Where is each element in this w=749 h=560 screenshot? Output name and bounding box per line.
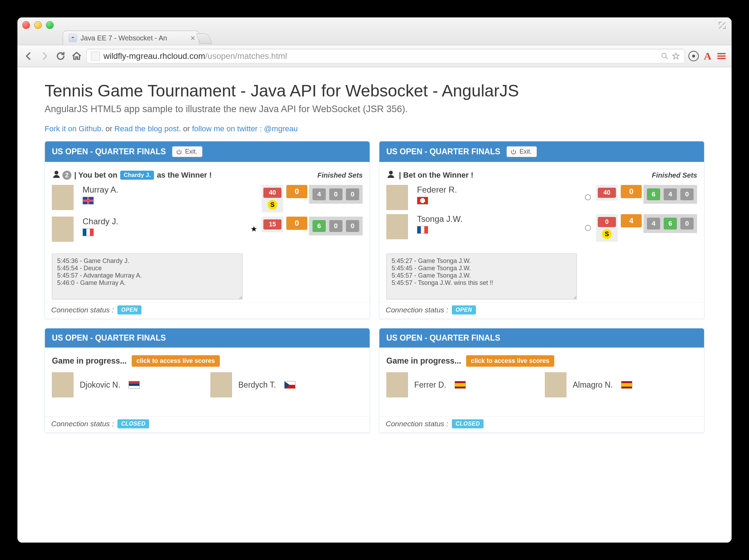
flag-icon bbox=[417, 226, 428, 234]
log-line: 5:45:36 - Game Chardy J. bbox=[57, 257, 237, 265]
live-scores-button[interactable]: click to access live scores bbox=[466, 355, 554, 367]
set-score: 4 bbox=[664, 188, 677, 200]
tab-title: Java EE 7 - Websocket - An bbox=[80, 34, 167, 42]
game-in-progress: Game in progress... click to access live… bbox=[386, 355, 697, 367]
set-score: 0 bbox=[680, 218, 694, 230]
page-subtitle: AngularJS HTML5 app sample to illustrate… bbox=[45, 104, 704, 115]
games-column: 4 bbox=[619, 214, 643, 227]
window-zoom[interactable] bbox=[46, 21, 54, 29]
live-scores-button[interactable]: click to access live scores bbox=[132, 355, 220, 367]
player-row: Tsonga J.W. 0 S 4 4 6 0 bbox=[386, 214, 697, 242]
connection-status: Connection status : CLOSED bbox=[386, 419, 698, 428]
player-row: Ferrer D. bbox=[386, 372, 539, 397]
player-row: Djokovic N. bbox=[52, 372, 204, 397]
url-actions bbox=[660, 52, 680, 61]
power-icon bbox=[510, 149, 517, 155]
player-photo bbox=[386, 214, 408, 239]
connection-status: Connection status : OPEN bbox=[386, 305, 698, 314]
panel-title: US OPEN - QUARTER FINALS bbox=[386, 333, 500, 343]
svg-point-0 bbox=[662, 53, 666, 58]
bet-post: as the Winner ! bbox=[157, 171, 212, 180]
flag-icon bbox=[83, 228, 94, 236]
page-title: Tennis Game Tournament - Java API for We… bbox=[45, 81, 704, 100]
set-score: 0 bbox=[329, 188, 342, 200]
tab-close-icon[interactable]: ✕ bbox=[190, 34, 195, 42]
connection-status: Connection status : OPEN bbox=[51, 305, 363, 314]
event-log[interactable]: 5:45:27 - Game Tsonga J.W. 5:45:45 - Gam… bbox=[386, 254, 577, 300]
player-name: Berdych T. bbox=[238, 380, 276, 390]
browser-tab[interactable]: ☕ Java EE 7 - Websocket - An ✕ bbox=[63, 31, 199, 45]
exit-button[interactable]: Exit. bbox=[172, 146, 202, 157]
zoom-icon[interactable] bbox=[660, 52, 669, 61]
bet-header: | Bet on the Winner ! Finished Sets bbox=[386, 170, 697, 181]
link-blogpost[interactable]: Read the blog post bbox=[115, 124, 179, 133]
bet-pre: | You bet on bbox=[74, 171, 117, 180]
url-bar[interactable]: wildfly-mgreau.rhcloud.com/usopen/matche… bbox=[86, 49, 685, 63]
nav-reload-button[interactable] bbox=[54, 50, 67, 62]
panel-header: US OPEN - QUARTER FINALS bbox=[45, 328, 370, 348]
sets-column: 4 6 0 bbox=[643, 214, 697, 233]
bet-header: 2 | You bet on Chardy J. as the Winner !… bbox=[52, 170, 363, 181]
player-name: Ferrer D. bbox=[414, 380, 446, 390]
player-row: Berdych T. bbox=[210, 372, 363, 397]
panel-header: US OPEN - QUARTER FINALS bbox=[379, 328, 704, 348]
window-fullscreen-icon[interactable] bbox=[718, 21, 727, 30]
gip-label: Game in progress... bbox=[386, 356, 461, 366]
tab-favicon: ☕ bbox=[69, 34, 77, 42]
event-log[interactable]: 5:45:36 - Game Chardy J. 5:45:54 - Deuce… bbox=[52, 254, 242, 300]
browser-menu-icon[interactable] bbox=[716, 51, 727, 61]
link-twitter[interactable]: follow me on twitter : @mgreau bbox=[192, 124, 298, 133]
player-photo bbox=[52, 185, 74, 210]
browser-chrome: ☕ Java EE 7 - Websocket - An ✕ bbox=[17, 17, 732, 45]
games-column: 0 bbox=[285, 185, 309, 198]
player-row: Federer R. 40 0 6 4 0 bbox=[386, 185, 697, 210]
player-row: Almagro N. bbox=[545, 372, 697, 397]
point-score: 40 bbox=[263, 188, 281, 198]
set-score: 0 bbox=[329, 220, 342, 232]
finished-sets-label: Finished Sets bbox=[652, 171, 697, 179]
nav-forward-button[interactable] bbox=[38, 50, 51, 62]
url-path: /usopen/matches.html bbox=[205, 51, 287, 61]
extension-icon[interactable] bbox=[688, 51, 699, 61]
nav-back-button[interactable] bbox=[22, 50, 35, 62]
exit-label: Exit. bbox=[519, 148, 532, 155]
set-score: 6 bbox=[664, 218, 677, 230]
page-links: Fork it on Github. or Read the blog post… bbox=[45, 124, 704, 133]
sets-column: 4 0 0 bbox=[309, 185, 363, 204]
panel-header: US OPEN - QUARTER FINALS Exit. bbox=[45, 141, 370, 162]
power-icon bbox=[176, 149, 182, 155]
point-column: 15 bbox=[260, 217, 285, 232]
bookmark-star-icon[interactable] bbox=[671, 52, 680, 61]
bet-radio[interactable] bbox=[584, 225, 591, 232]
player-photo bbox=[386, 185, 408, 210]
flag-icon bbox=[129, 381, 140, 389]
flag-icon bbox=[417, 197, 428, 204]
connection-badge: OPEN bbox=[117, 305, 141, 314]
bet-radio[interactable] bbox=[584, 194, 591, 201]
window-close[interactable] bbox=[22, 21, 30, 29]
browser-toolbar: wildfly-mgreau.rhcloud.com/usopen/matche… bbox=[17, 45, 732, 67]
bet-player-chip: Chardy J. bbox=[120, 171, 154, 180]
set-score: 4 bbox=[647, 218, 660, 230]
set-score: 0 bbox=[680, 188, 694, 200]
traffic-lights bbox=[22, 21, 54, 29]
window-minimize[interactable] bbox=[34, 21, 42, 29]
link-sep: . or bbox=[179, 124, 192, 133]
extension-typography-icon[interactable]: A bbox=[702, 51, 713, 61]
log-line: 5:45:27 - Game Tsonga J.W. bbox=[392, 257, 572, 265]
point-score: 15 bbox=[263, 219, 281, 230]
player-photo bbox=[52, 217, 74, 242]
log-line: 5:45:57 - Game Tsonga J.W. bbox=[392, 272, 572, 279]
player-name: Murray A. bbox=[83, 185, 156, 195]
connection-label: Connection status : bbox=[51, 420, 114, 428]
flag-icon bbox=[621, 381, 632, 389]
connection-badge: OPEN bbox=[452, 305, 476, 314]
link-sep: . or bbox=[101, 124, 115, 133]
users-count-badge: 2 bbox=[62, 171, 71, 180]
games-score: 0 bbox=[286, 185, 307, 198]
nav-home-button[interactable] bbox=[70, 50, 83, 62]
player-row: Murray A. ★ 40 S 0 4 0 0 bbox=[52, 185, 363, 212]
link-github[interactable]: Fork it on Github bbox=[45, 124, 101, 133]
exit-button[interactable]: Exit. bbox=[507, 146, 537, 157]
player-name: Almagro N. bbox=[573, 380, 613, 390]
